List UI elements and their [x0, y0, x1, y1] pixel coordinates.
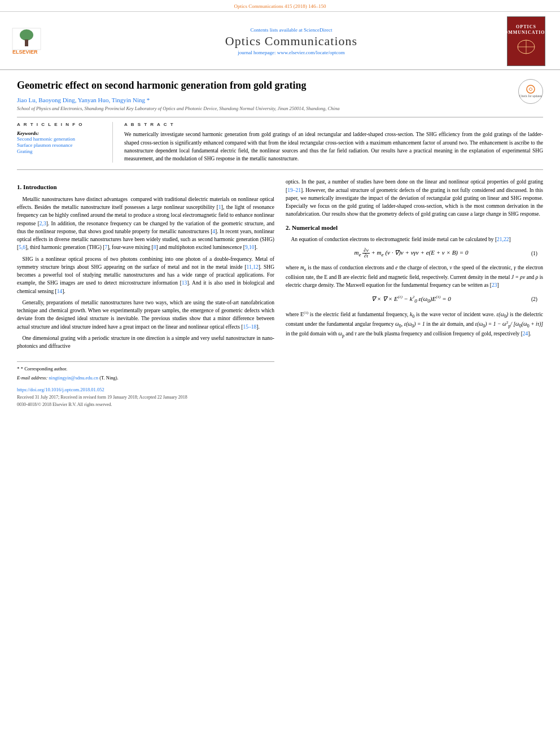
- journal-cover: OPTICS COMMUNICATIONS: [507, 16, 545, 66]
- cover-graphic-icon: [512, 36, 540, 58]
- contents-line: Contents lists available at ScienceDirec…: [85, 27, 498, 33]
- abstract-title: A B S T R A C T: [124, 122, 543, 127]
- check-updates-badge: Check for updates: [518, 79, 543, 104]
- svg-point-9: [527, 85, 535, 93]
- cover-title-line2: COMMUNICATIONS: [500, 30, 552, 36]
- header-right: OPTICS COMMUNICATIONS: [504, 16, 549, 66]
- article-info-title: A R T I C L E I N F O: [17, 122, 107, 127]
- right-para1: optics. In the past, a number of studies…: [286, 178, 543, 218]
- page: Optics Communications 415 (2018) 146–150…: [0, 0, 560, 747]
- keywords-label: Keywords:: [17, 130, 39, 136]
- num-model-heading: 2. Numerical model: [286, 223, 543, 233]
- body-left: 1. Introduction Metallic nanostructures …: [17, 178, 274, 408]
- doi-link[interactable]: https://doi.org/10.1016/j.optcom.2018.01…: [17, 387, 104, 392]
- equation-2: ∇ × ∇ × E(1) − k20 ε(ω0)E(1) = 0: [291, 294, 531, 305]
- equation-2-number: (2): [531, 295, 537, 303]
- elsevier-logo-icon: ELSEVIER: [11, 27, 73, 55]
- num-model-para: An equation of conduction electrons to e…: [286, 235, 543, 243]
- svg-point-2: [20, 29, 33, 41]
- received-line: Received 31 July 2017; Received in revis…: [17, 394, 274, 401]
- body-two-col: 1. Introduction Metallic nanostructures …: [17, 178, 543, 408]
- eq2-description: where E(1) is the electric field at fund…: [286, 310, 543, 340]
- divider-2: [17, 169, 543, 170]
- keywords-section: Keywords: Second harmonic generation Sur…: [17, 130, 107, 154]
- header-left: ELSEVIER: [11, 27, 79, 55]
- copyright-line: 0030-4018/© 2018 Elsevier B.V. All right…: [17, 401, 274, 408]
- intro-para1: Metallic nanostructures have distinct ad…: [17, 195, 274, 252]
- cover-title-line1: OPTICS: [516, 24, 536, 30]
- header-center: Contents lists available at ScienceDirec…: [85, 27, 498, 55]
- keyword-2: Surface plasmon resonance: [17, 142, 107, 148]
- eq1-description: where me is the mass of conduction elect…: [286, 264, 543, 289]
- equation-1-number: (1): [531, 250, 537, 257]
- title-area: Geometric effect on second harmonic gene…: [17, 79, 543, 92]
- journal-title: Optics Communications: [85, 34, 498, 49]
- journal-homepage: journal homepage: www.elsevier.com/locat…: [85, 50, 498, 55]
- email-link[interactable]: ningtingyin@sdnu.edu.cn: [49, 375, 98, 381]
- intro-para3: Generally, preparations of metallic nano…: [17, 299, 274, 331]
- journal-url[interactable]: www.elsevier.com/locate/optcom: [277, 50, 345, 55]
- check-updates-icon: [526, 85, 535, 94]
- svg-rect-3: [25, 40, 28, 46]
- body-section: 1. Introduction Metallic nanostructures …: [17, 178, 543, 408]
- abstract-col: A B S T R A C T We numerically investiga…: [124, 122, 543, 163]
- equation-1: me ∂v∂t + me (v · ∇)v + vγv + e(E + v × …: [291, 248, 531, 259]
- intro-heading: 1. Introduction: [17, 182, 274, 192]
- body-right: optics. In the past, a number of studies…: [286, 178, 543, 408]
- check-updates-label: Check for updates: [519, 94, 542, 98]
- abstract-text: We numerically investigate second harmon…: [124, 130, 543, 163]
- keyword-1: Second harmonic generation: [17, 136, 107, 142]
- equation-2-row: ∇ × ∇ × E(1) − k20 ε(ω0)E(1) = 0 (2): [286, 294, 543, 305]
- article-info: A R T I C L E I N F O Keywords: Second h…: [17, 122, 113, 163]
- intro-para4: One dimensional grating with a periodic …: [17, 334, 274, 351]
- header-section: ELSEVIER Contents lists available at Sci…: [0, 12, 560, 70]
- email-note: E-mail address: ningtingyin@sdnu.edu.cn …: [17, 374, 274, 382]
- top-bar: Optics Communications 415 (2018) 146–150: [0, 0, 560, 12]
- main-content: Geometric effect on second harmonic gene…: [0, 70, 560, 417]
- journal-reference: Optics Communications 415 (2018) 146–150: [234, 3, 326, 9]
- article-title: Geometric effect on second harmonic gene…: [17, 79, 543, 92]
- footnote-section: * * Corresponding author. E-mail address…: [17, 361, 274, 381]
- corresponding-note: * * Corresponding author.: [17, 365, 274, 373]
- equation-1-row: me ∂v∂t + me (v · ∇)v + vγv + e(E + v × …: [286, 248, 543, 259]
- affiliation: School of Physics and Electronics, Shand…: [17, 106, 543, 111]
- svg-text:ELSEVIER: ELSEVIER: [12, 49, 38, 55]
- authors: Jiao Lu, Baoyong Ding, Yanyan Huo, Tingy…: [17, 97, 543, 103]
- doi-section: https://doi.org/10.1016/j.optcom.2018.01…: [17, 386, 274, 394]
- intro-para2: SHG is a nonlinear optical process of tw…: [17, 255, 274, 295]
- info-abstract-row: A R T I C L E I N F O Keywords: Second h…: [17, 122, 543, 163]
- science-direct-link[interactable]: ScienceDirect: [304, 27, 332, 33]
- keyword-3: Grating: [17, 148, 107, 154]
- divider-1: [17, 117, 543, 117]
